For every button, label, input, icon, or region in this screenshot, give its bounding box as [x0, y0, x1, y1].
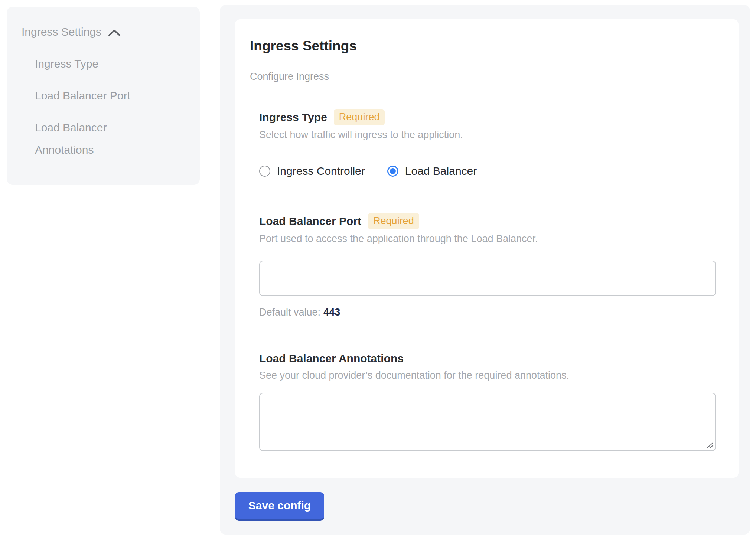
- page-title: Ingress Settings: [250, 38, 724, 54]
- ingress-type-section: Ingress Type Required Select how traffic…: [259, 109, 724, 177]
- ingress-type-label: Ingress Type: [259, 110, 327, 125]
- page-subtitle: Configure Ingress: [250, 71, 724, 82]
- load-balancer-annotations-description: See your cloud provider’s documentation …: [259, 369, 724, 382]
- load-balancer-annotations-label: Load Balancer Annotations: [259, 351, 404, 366]
- load-balancer-port-input[interactable]: [259, 261, 716, 296]
- default-value-row: Default value:443: [259, 306, 724, 318]
- sidebar-group-ingress-settings[interactable]: Ingress Settings: [22, 21, 189, 43]
- radio-label-ingress-controller: Ingress Controller: [277, 165, 365, 177]
- load-balancer-port-label: Load Balancer Port: [259, 214, 361, 229]
- load-balancer-port-description: Port used to access the application thro…: [259, 232, 724, 245]
- ingress-type-description: Select how traffic will ingress to the a…: [259, 128, 724, 141]
- load-balancer-annotations-textarea[interactable]: [259, 393, 716, 451]
- sidebar-item-ingress-type[interactable]: Ingress Type: [35, 53, 157, 75]
- ingress-settings-card: Ingress Settings Configure Ingress Ingre…: [235, 19, 739, 478]
- radio-unchecked-icon[interactable]: [259, 166, 270, 177]
- settings-sidebar: Ingress Settings Ingress Type Load Balan…: [7, 7, 200, 185]
- required-badge: Required: [334, 109, 385, 125]
- default-value: 443: [323, 307, 340, 318]
- load-balancer-annotations-section: Load Balancer Annotations See your cloud…: [259, 351, 724, 451]
- ingress-type-radio-group: Ingress Controller Load Balancer: [259, 165, 724, 177]
- chevron-up-icon: [107, 29, 121, 37]
- radio-checked-icon[interactable]: [387, 166, 398, 177]
- sidebar-group-label: Ingress Settings: [22, 26, 101, 38]
- radio-label-load-balancer: Load Balancer: [405, 165, 477, 177]
- sidebar-item-load-balancer-port[interactable]: Load Balancer Port: [35, 85, 157, 107]
- radio-option-ingress-controller[interactable]: Ingress Controller: [259, 165, 365, 177]
- default-value-label: Default value:: [259, 307, 320, 318]
- sidebar-item-load-balancer-annotations[interactable]: Load Balancer Annotations: [35, 117, 157, 161]
- sidebar-items: Ingress Type Load Balancer Port Load Bal…: [35, 53, 189, 161]
- settings-panel: Ingress Settings Configure Ingress Ingre…: [220, 5, 750, 535]
- required-badge: Required: [368, 213, 419, 229]
- load-balancer-port-section: Load Balancer Port Required Port used to…: [259, 213, 724, 318]
- save-config-button[interactable]: Save config: [235, 492, 324, 521]
- radio-option-load-balancer[interactable]: Load Balancer: [387, 165, 477, 177]
